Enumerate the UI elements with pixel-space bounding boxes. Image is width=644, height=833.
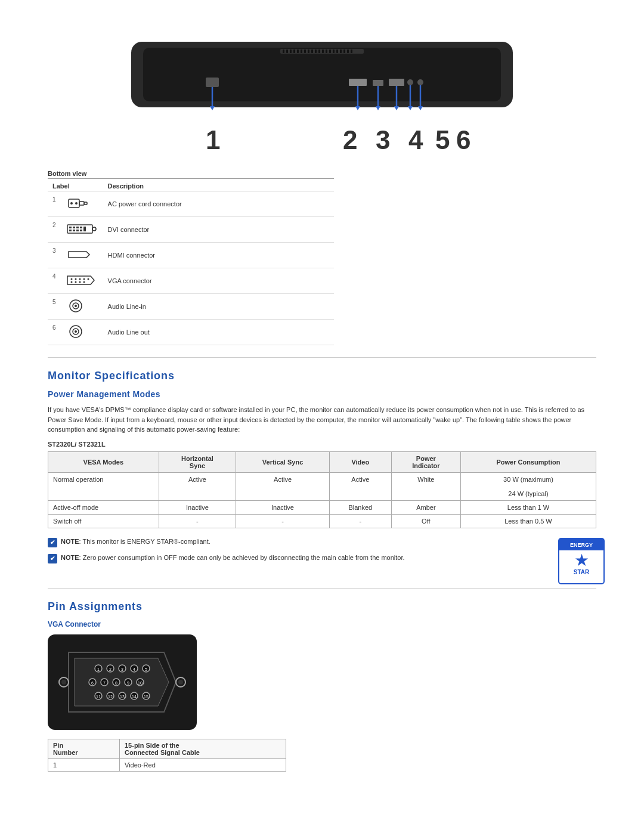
svg-text:4: 4: [133, 667, 135, 671]
row-icon-2: [61, 217, 103, 243]
svg-rect-3: [283, 49, 284, 53]
power-mgmt-body: If you have VESA's DPMS™ compliance disp…: [48, 405, 596, 435]
pin-section-title: Pin Assignments: [48, 600, 596, 613]
svg-text:8: 8: [115, 681, 117, 685]
power-col-0: VESA Modes: [48, 451, 159, 472]
monitor-back-image: [113, 30, 531, 125]
svg-text:13: 13: [120, 695, 125, 699]
specs-section-title: Monitor Specifications: [48, 370, 596, 382]
connector-number-3: 3: [376, 125, 390, 155]
svg-text:1: 1: [97, 667, 100, 671]
svg-rect-74: [559, 548, 604, 550]
svg-rect-49: [76, 227, 79, 228]
power-cell-2-1: -: [159, 514, 236, 528]
svg-rect-26: [389, 79, 404, 86]
power-cell-2-5: Less than 0.5 W: [460, 514, 596, 528]
row-num-5: 5: [48, 294, 61, 320]
row-icon-6: [61, 320, 103, 345]
vga-connector-title: VGA Connector: [48, 620, 596, 628]
power-cell-1-5: Less than 1 W: [460, 500, 596, 514]
svg-point-68: [75, 305, 77, 307]
power-cell-2-0: Switch off: [48, 514, 159, 528]
connector-number-4: 4: [408, 125, 423, 155]
svg-rect-41: [69, 199, 79, 208]
svg-point-63: [75, 281, 76, 283]
power-cell-1-1: Inactive: [159, 500, 236, 514]
svg-text:2: 2: [109, 667, 112, 671]
svg-rect-5: [290, 49, 292, 53]
connector-row-1: 1 AC power cord connector: [48, 191, 334, 217]
svg-rect-14: [322, 49, 324, 53]
power-col-1: HorizontalSync: [159, 451, 236, 472]
svg-rect-13: [318, 49, 320, 53]
pin-col-0: PinNumber: [48, 739, 120, 758]
svg-point-42: [70, 202, 73, 205]
notes-with-badge: ✔ NOTE: This monitor is ENERGY STAR®-com…: [48, 537, 596, 576]
svg-rect-7: [297, 49, 299, 53]
svg-point-65: [83, 281, 85, 283]
bottom-view-title: Bottom view: [48, 170, 334, 179]
connector-row-5: 5 Audio Line-in: [48, 294, 334, 320]
note-2: ✔ NOTE: Zero power consumption in OFF mo…: [48, 553, 546, 563]
power-row-0: Normal operation Active Active Active Wh…: [48, 472, 596, 500]
page-container: 1 2 3 4 5 6 Bottom view Label Descriptio…: [0, 0, 644, 784]
pin-section: Pin Assignments VGA Connector 1 2: [48, 600, 596, 772]
svg-text:7: 7: [103, 681, 106, 685]
power-row-1: Active-off mode Inactive Inactive Blanke…: [48, 500, 596, 514]
svg-text:14: 14: [132, 695, 137, 699]
vga-pins-diagram: 1 2 3 4 5 6 7 8 9 10: [57, 643, 188, 721]
svg-rect-55: [83, 227, 86, 231]
note-text-1: NOTE: This monitor is ENERGY STAR®-compl…: [61, 537, 210, 546]
row-desc-4: VGA connector: [103, 268, 334, 294]
specs-section: Monitor Specifications Power Management …: [48, 370, 596, 576]
power-table: VESA Modes HorizontalSync Vertical Sync …: [48, 451, 596, 528]
svg-point-60: [83, 278, 85, 280]
energy-star-badge: ENERGY ★ STAR: [558, 537, 596, 576]
svg-point-64: [79, 281, 80, 283]
svg-marker-30: [210, 106, 215, 110]
vga-connector-image: 1 2 3 4 5 6 7 8 9 10: [48, 634, 197, 730]
note-1: ✔ NOTE: This monitor is ENERGY STAR®-com…: [48, 537, 546, 547]
power-row-2: Switch off - - - Off Less than 0.5 W: [48, 514, 596, 528]
svg-text:3: 3: [121, 667, 123, 671]
row-desc-1: AC power cord connector: [103, 191, 334, 217]
connector-number-6: 6: [456, 125, 470, 155]
svg-rect-23: [206, 78, 219, 87]
svg-point-71: [75, 330, 77, 333]
power-cell-1-4: Amber: [391, 500, 460, 514]
svg-rect-25: [373, 80, 383, 86]
svg-rect-19: [340, 49, 342, 53]
svg-rect-51: [69, 230, 72, 231]
row-num-4: 4: [48, 268, 61, 294]
svg-rect-15: [326, 49, 327, 53]
svg-rect-24: [349, 79, 367, 86]
power-mgmt-title: Power Management Modes: [48, 389, 596, 399]
note-text-2: NOTE: Zero power consumption in OFF mode…: [61, 553, 405, 562]
pin-row-1: 1 Video-Red: [48, 758, 286, 771]
power-cell-0-0: Normal operation: [48, 472, 159, 500]
row-desc-2: DVI connector: [103, 217, 334, 243]
pin-cell-1-0: 1: [48, 758, 120, 771]
power-cell-2-4: Off: [391, 514, 460, 528]
power-cell-1-3: Blanked: [329, 500, 391, 514]
svg-point-27: [407, 79, 413, 85]
row-desc-3: HDMI connector: [103, 243, 334, 268]
power-cell-2-2: -: [236, 514, 330, 528]
col-label-header: Label: [48, 181, 103, 191]
model-label: ST2320L/ ST2321L: [48, 441, 596, 448]
svg-rect-45: [84, 202, 87, 205]
svg-rect-17: [333, 49, 335, 53]
svg-point-43: [75, 202, 78, 205]
svg-rect-12: [315, 49, 317, 53]
svg-marker-32: [355, 106, 360, 110]
power-cell-2-3: -: [329, 514, 391, 528]
power-cell-0-3: Active: [329, 472, 391, 500]
notes-col: ✔ NOTE: This monitor is ENERGY STAR®-com…: [48, 537, 546, 569]
power-cell-0-5: 30 W (maximum)24 W (typical): [460, 472, 596, 500]
row-icon-3: [61, 243, 103, 268]
row-num-6: 6: [48, 320, 61, 345]
svg-marker-34: [376, 106, 380, 110]
pin-cell-1-1: Video-Red: [120, 758, 286, 771]
svg-point-79: [61, 680, 66, 685]
svg-point-59: [79, 278, 80, 280]
